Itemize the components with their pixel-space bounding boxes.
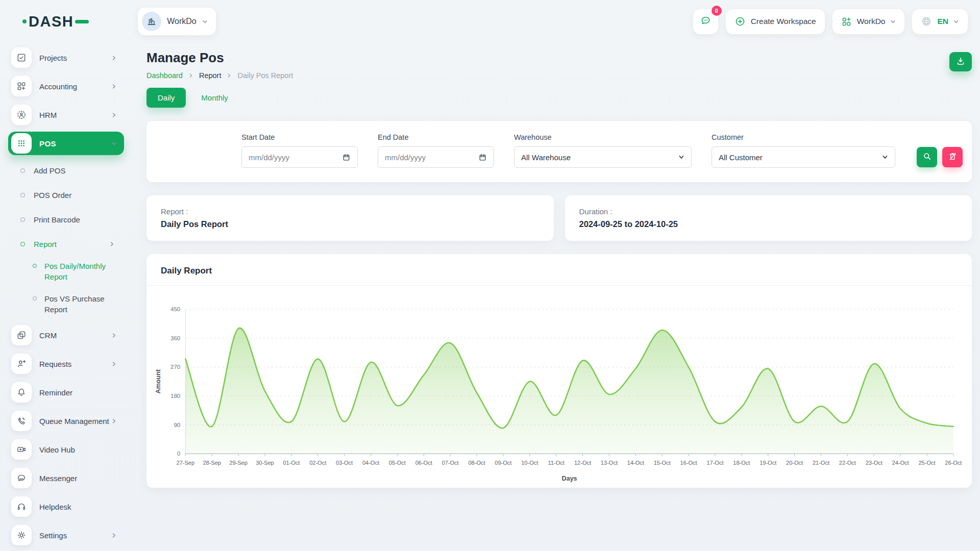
svg-text:29-Sep: 29-Sep: [229, 460, 248, 466]
circle-bullet-icon: [20, 242, 25, 246]
hrm-icon: [11, 105, 32, 125]
duration-value: 2024-09-25 to 2024-10-25: [579, 219, 958, 229]
sidebar-item-report[interactable]: Report: [8, 234, 124, 254]
svg-text:01-Oct: 01-Oct: [283, 460, 300, 466]
sidebar-item-label: Helpdesk: [39, 503, 71, 511]
chevron-right-icon: [111, 112, 117, 118]
sidebar-item-helpdesk[interactable]: Helpdesk: [8, 495, 124, 518]
svg-text:12-Oct: 12-Oct: [574, 460, 591, 466]
sidebar-item-queue-management[interactable]: Queue Management: [8, 409, 124, 433]
start-date-input[interactable]: mm/dd/yyyy: [241, 146, 358, 168]
messenger-icon: [11, 468, 32, 488]
sidebar-item-pos-vs-purchase-report[interactable]: Pos VS Purchase Report: [8, 291, 124, 317]
filter-actions: [917, 147, 963, 168]
search-icon: [922, 152, 932, 163]
svg-text:Amount: Amount: [155, 369, 162, 393]
warehouse-select[interactable]: All Warehouse: [514, 146, 692, 168]
language-button[interactable]: EN: [912, 9, 968, 34]
svg-text:07-Oct: 07-Oct: [442, 460, 459, 466]
chevron-down-icon: [882, 154, 888, 160]
sidebar-item-video-hub[interactable]: Video Hub: [8, 438, 124, 461]
chart-title: Daily Report: [146, 254, 972, 286]
plus-circle-icon: [734, 16, 746, 27]
sidebar-item-print-barcode[interactable]: Print Barcode: [8, 209, 124, 230]
breadcrumb-separator: [188, 73, 193, 78]
sidebar-item-crm[interactable]: CRM: [8, 323, 124, 347]
sidebar-item-label: HRM: [39, 111, 57, 119]
end-date-field: End Date mm/dd/yyyy: [378, 133, 494, 168]
sidebar-item-accounting[interactable]: Accounting: [8, 74, 124, 98]
end-date-input[interactable]: mm/dd/yyyy: [378, 146, 494, 168]
circle-bullet-icon: [20, 168, 25, 173]
breadcrumb-separator: [227, 73, 232, 78]
sidebar-item-requests[interactable]: Requests: [8, 352, 124, 375]
svg-text:15-Oct: 15-Oct: [654, 460, 671, 466]
create-workspace-button[interactable]: Create Workspace: [726, 9, 825, 34]
chevron-right-icon: [111, 333, 117, 338]
chevron-right-icon: [111, 418, 117, 424]
chevron-right-icon: [111, 361, 117, 367]
main-content: Manage Pos Dashboard Report Daily Pos Re…: [146, 43, 972, 551]
sidebar-item-projects[interactable]: Projects: [8, 46, 124, 69]
sidebar-item-label: Projects: [39, 54, 67, 62]
customer-select[interactable]: All Customer: [712, 146, 895, 168]
chevron-right-icon: [109, 241, 115, 247]
sidebar-item-messenger[interactable]: Messenger: [8, 466, 124, 490]
helpdesk-icon: [11, 496, 32, 517]
circle-bullet-icon: [20, 193, 25, 197]
sidebar-item-label: POS: [39, 139, 56, 148]
sidebar-item-label: Settings: [39, 531, 67, 540]
svg-text:10-Oct: 10-Oct: [521, 460, 538, 466]
daily-report-area-chart: 09018027036045027-Sep28-Sep29-Sep30-Sep0…: [153, 299, 963, 485]
svg-text:25-Oct: 25-Oct: [918, 460, 935, 466]
sidebar-item-pos-order[interactable]: POS Order: [8, 185, 124, 205]
chevron-right-icon: [111, 533, 117, 538]
svg-text:02-Oct: 02-Oct: [309, 460, 326, 466]
sidebar-item-hrm[interactable]: HRM: [8, 103, 124, 127]
sidebar: ProjectsAccountingHRMPOSAdd POSPOS Order…: [8, 43, 124, 551]
report-label: Report :: [161, 207, 540, 216]
top-header: DASH WorkDo 0: [0, 0, 980, 40]
messages-button[interactable]: 0: [693, 9, 718, 34]
download-button[interactable]: [949, 52, 972, 71]
grid-plus-icon: [841, 16, 852, 27]
reset-filter-button[interactable]: [942, 147, 963, 167]
breadcrumb-report[interactable]: Report: [199, 71, 222, 80]
start-date-field: Start Date mm/dd/yyyy: [241, 133, 358, 168]
svg-text:22-Oct: 22-Oct: [839, 460, 856, 466]
svg-text:03-Oct: 03-Oct: [336, 460, 353, 466]
sidebar-item-label: Requests: [39, 360, 71, 368]
sidebar-item-label: Print Barcode: [34, 215, 80, 224]
accounting-icon: [11, 76, 32, 96]
crm-icon: [11, 325, 32, 345]
sidebar-item-settings[interactable]: Settings: [8, 523, 124, 547]
circle-bullet-icon: [33, 296, 37, 300]
chart-body: 09018027036045027-Sep28-Sep29-Sep30-Sep0…: [146, 286, 972, 485]
sidebar-item-add-pos[interactable]: Add POS: [8, 160, 124, 181]
workspace-chip[interactable]: WorkDo: [138, 8, 216, 35]
breadcrumb: Dashboard Report Daily Pos Report: [146, 71, 293, 80]
tab-daily[interactable]: Daily: [146, 88, 186, 108]
chevron-right-icon: [111, 55, 117, 61]
breadcrumb-dashboard[interactable]: Dashboard: [146, 71, 183, 80]
workspace-switcher-button[interactable]: WorkDo: [832, 9, 905, 34]
svg-text:18-Oct: 18-Oct: [733, 460, 750, 466]
sidebar-item-reminder[interactable]: Reminder: [8, 381, 124, 404]
header-actions: 0 Create Workspace WorkDo: [693, 9, 968, 34]
search-button[interactable]: [917, 147, 937, 167]
language-code: EN: [937, 17, 948, 26]
sidebar-item-label: Pos Daily/Monthly Report: [44, 261, 122, 282]
svg-text:14-Oct: 14-Oct: [627, 460, 644, 466]
workspace-name: WorkDo: [167, 17, 197, 26]
sidebar-item-label: Video Hub: [39, 445, 75, 454]
globe-icon: [921, 16, 932, 27]
brand-logo[interactable]: DASH: [22, 13, 89, 30]
sidebar-item-pos[interactable]: POS: [8, 132, 124, 155]
svg-text:27-Sep: 27-Sep: [177, 460, 195, 466]
sidebar-item-pos-daily-monthly-report[interactable]: Pos Daily/Monthly Report: [8, 258, 124, 285]
logo-accent-dot-icon: [22, 19, 27, 23]
tab-monthly[interactable]: Monthly: [190, 88, 239, 108]
svg-text:08-Oct: 08-Oct: [468, 460, 485, 466]
customer-field: Customer All Customer: [712, 133, 895, 168]
filter-card: Start Date mm/dd/yyyy End Date mm/dd/yyy…: [146, 121, 972, 182]
